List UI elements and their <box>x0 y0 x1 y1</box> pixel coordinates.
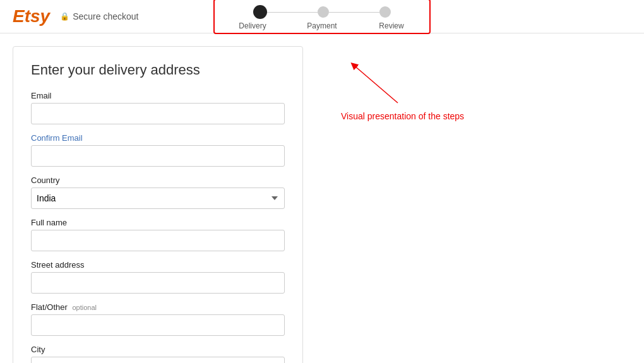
lock-icon: 🔒 <box>60 12 69 21</box>
secure-checkout-label: 🔒 Secure checkout <box>60 11 138 21</box>
email-group: Email <box>31 91 285 124</box>
delivery-form-card: Enter your delivery address Email Confir… <box>13 46 303 363</box>
step-dot-review <box>379 6 391 18</box>
etsy-logo: Etsy <box>13 6 50 27</box>
step-label-review: Review <box>373 21 410 30</box>
header: Etsy 🔒 Secure checkout Delivery Payment … <box>0 0 644 33</box>
street-label: Street address <box>31 260 285 270</box>
svg-line-0 <box>354 65 398 103</box>
street-input[interactable] <box>31 272 285 294</box>
confirm-email-group: Confirm Email <box>31 133 285 167</box>
annotation-panel: Visual presentation of the steps <box>303 46 631 363</box>
flat-label: Flat/Other optional <box>31 302 285 312</box>
annotation-arrow <box>341 59 417 109</box>
step-line-2 <box>329 12 379 13</box>
city-input[interactable] <box>31 357 285 363</box>
fullname-label: Full name <box>31 218 285 227</box>
fullname-group: Full name <box>31 218 285 251</box>
secure-text: Secure checkout <box>73 11 138 21</box>
annotation-text: Visual presentation of the steps <box>341 111 464 121</box>
email-label: Email <box>31 91 285 100</box>
step-dot-delivery <box>253 5 267 19</box>
country-select[interactable]: India United States United Kingdom <box>31 187 285 209</box>
email-input[interactable] <box>31 103 285 124</box>
flat-group: Flat/Other optional <box>31 302 285 336</box>
country-label: Country <box>31 176 285 185</box>
step-dot-payment <box>318 6 329 18</box>
fullname-input[interactable] <box>31 230 285 251</box>
city-label: City <box>31 345 285 354</box>
step-label-payment: Payment <box>297 21 347 30</box>
annotation-wrapper: Visual presentation of the steps <box>341 59 464 121</box>
confirm-email-input[interactable] <box>31 145 285 167</box>
step-label-delivery: Delivery <box>234 21 271 30</box>
country-group: Country India United States United Kingd… <box>31 176 285 209</box>
street-group: Street address <box>31 260 285 294</box>
flat-input[interactable] <box>31 314 285 336</box>
step-line-1 <box>267 12 318 13</box>
main-content: Enter your delivery address Email Confir… <box>0 33 644 363</box>
city-group: City <box>31 345 285 363</box>
form-title: Enter your delivery address <box>31 62 285 78</box>
confirm-email-label: Confirm Email <box>31 133 285 143</box>
checkout-steps: Delivery Payment Review <box>213 0 431 34</box>
